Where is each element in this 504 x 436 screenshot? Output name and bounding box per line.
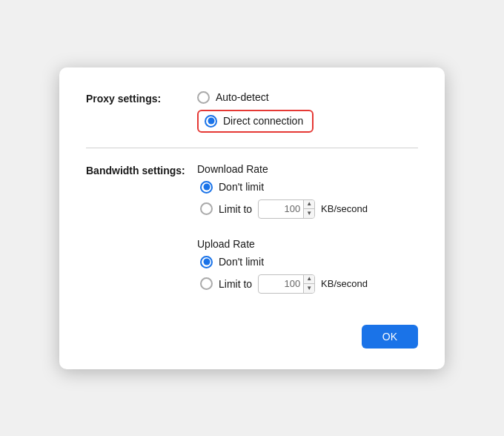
bandwidth-options: Download Rate Don't limit Limit to ▲: [197, 163, 368, 307]
dialog-footer: OK: [86, 325, 418, 349]
download-dont-limit-label[interactable]: Don't limit: [219, 181, 264, 193]
download-limit-radio[interactable]: [200, 202, 213, 215]
download-rate-options: Don't limit Limit to ▲ ▼ KB/second: [197, 181, 368, 219]
direct-connection-radio[interactable]: [205, 115, 217, 128]
download-limit-row: Limit to ▲ ▼ KB/second: [200, 199, 368, 219]
download-dont-limit-radio[interactable]: [200, 181, 213, 194]
upload-unit-label: KB/second: [321, 278, 368, 289]
download-spinner-down[interactable]: ▼: [304, 209, 314, 219]
section-divider: [86, 148, 418, 148]
download-spinner-up[interactable]: ▲: [304, 199, 314, 210]
upload-dont-limit-row: Don't limit: [200, 256, 368, 268]
direct-connection-highlighted-row: Direct connection: [197, 110, 314, 133]
download-spinner: ▲ ▼: [303, 199, 314, 219]
upload-dont-limit-radio[interactable]: [200, 256, 213, 268]
upload-spinner-down[interactable]: ▼: [304, 284, 314, 294]
download-rate-input[interactable]: [259, 203, 303, 214]
ok-button[interactable]: OK: [362, 325, 418, 349]
upload-limit-label[interactable]: Limit to: [219, 278, 252, 290]
bandwidth-section-label: Bandwidth settings:: [86, 163, 197, 176]
upload-limit-radio[interactable]: [200, 277, 213, 290]
bandwidth-section: Bandwidth settings: Download Rate Don't …: [86, 163, 418, 307]
upload-spinner: ▲ ▼: [303, 274, 314, 294]
auto-detect-label[interactable]: Auto-detect: [216, 91, 269, 103]
auto-detect-radio[interactable]: [197, 91, 210, 104]
settings-dialog: Proxy settings: Auto-detect Direct conne…: [59, 67, 445, 369]
direct-connection-label[interactable]: Direct connection: [223, 115, 303, 127]
upload-rate-input[interactable]: [259, 278, 303, 289]
upload-limit-row: Limit to ▲ ▼ KB/second: [200, 274, 368, 294]
download-limit-label[interactable]: Limit to: [219, 203, 252, 215]
upload-dont-limit-label[interactable]: Don't limit: [219, 256, 264, 268]
auto-detect-row: Auto-detect: [197, 91, 314, 104]
upload-input-wrapper: ▲ ▼: [258, 274, 315, 294]
upload-rate-group: Upload Rate Don't limit Limit to ▲: [197, 238, 368, 294]
download-dont-limit-row: Don't limit: [200, 181, 368, 194]
upload-rate-label: Upload Rate: [197, 238, 368, 250]
proxy-section: Proxy settings: Auto-detect Direct conne…: [86, 91, 418, 133]
upload-rate-options: Don't limit Limit to ▲ ▼ KB/second: [197, 256, 368, 294]
upload-spinner-up[interactable]: ▲: [304, 274, 314, 285]
proxy-options: Auto-detect Direct connection: [197, 91, 314, 133]
proxy-section-label: Proxy settings:: [86, 91, 197, 105]
download-input-wrapper: ▲ ▼: [258, 199, 315, 219]
download-rate-label: Download Rate: [197, 163, 368, 175]
download-rate-group: Download Rate Don't limit Limit to ▲: [197, 163, 368, 219]
download-unit-label: KB/second: [321, 203, 368, 214]
